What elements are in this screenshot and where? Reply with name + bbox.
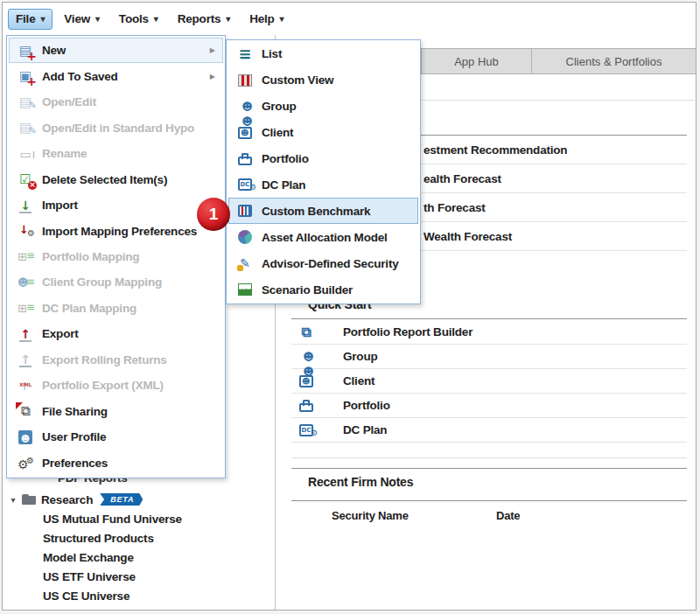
menu-bar: File View Tools Reports Help: [3, 3, 696, 35]
item-label: Advisor-Defined Security: [262, 257, 417, 270]
submenu-item-group[interactable]: Group: [228, 94, 418, 120]
submenu-item-portfolio[interactable]: Portfolio: [228, 146, 418, 172]
sidebar-item-research[interactable]: Research BETA: [3, 490, 143, 509]
quick-start-label: Client: [343, 374, 374, 387]
item-label: Portfolio Export (XML): [42, 379, 222, 392]
menu-tools-label: Tools: [119, 12, 149, 25]
file-menu-item-client-group-mapping: Client Group Mapping: [9, 269, 223, 295]
research-label: Research: [41, 493, 93, 506]
custom-benchmark-icon: [237, 203, 253, 219]
sidebar-item-us-etf-universe[interactable]: US ETF Universe: [43, 568, 182, 587]
item-label: Import Mapping Preferences: [42, 225, 222, 238]
menu-view-label: View: [64, 12, 90, 25]
item-label: Preferences: [42, 457, 222, 470]
submenu-item-dc-plan[interactable]: DC Plan: [228, 172, 418, 199]
quick-start-portfolio[interactable]: Portfolio: [291, 394, 687, 418]
new-submenu: List Custom View Group Client Portfolio …: [226, 39, 421, 304]
file-menu-item-add-to-saved[interactable]: Add To Saved: [9, 63, 223, 88]
add-to-saved-icon: [18, 68, 33, 84]
item-label: Open/Edit in Standard Hypo: [42, 122, 222, 135]
client-group-mapping-icon: [18, 275, 33, 290]
submenu-item-scenario-builder[interactable]: Scenario Builder: [228, 276, 418, 303]
pie-chart-icon: [237, 229, 253, 245]
submenu-item-advisor-defined-security[interactable]: Advisor-Defined Security: [228, 250, 418, 276]
sidebar-item-us-ce-universe[interactable]: US CE Universe: [43, 587, 182, 606]
submenu-item-client[interactable]: Client: [228, 120, 418, 146]
client-icon: [298, 373, 314, 389]
file-menu-item-dc-plan-mapping: DC Plan Mapping: [9, 296, 223, 321]
menu-file-label: File: [16, 12, 35, 25]
file-menu-item-import-mapping-preferences[interactable]: Import Mapping Preferences: [9, 218, 223, 243]
quick-start-portfolio-report-builder[interactable]: Portfolio Report Builder: [291, 320, 687, 345]
open-edit-hypo-icon: [18, 120, 33, 136]
item-label: Delete Selected Item(s): [42, 173, 222, 186]
app-window: File View Tools Reports Help PDF Reports…: [2, 2, 696, 611]
quick-start-dc-plan[interactable]: DC Plan: [291, 418, 687, 443]
custom-view-icon: [237, 73, 253, 88]
file-menu-item-user-profile[interactable]: User Profile: [9, 424, 223, 450]
file-menu-item-open-edit: Open/Edit: [9, 89, 223, 115]
item-label: Custom Benchmark: [262, 205, 417, 218]
column-security-name: Security Name: [332, 509, 409, 522]
item-label: Client: [262, 126, 417, 139]
submenu-item-custom-benchmark[interactable]: Custom Benchmark: [228, 198, 418, 224]
open-edit-icon: [18, 94, 33, 110]
item-label: Rename: [42, 147, 222, 160]
list-icon: [237, 46, 253, 62]
file-menu-item-import[interactable]: Import: [9, 192, 223, 218]
item-label: Client Group Mapping: [42, 276, 222, 289]
item-label: DC Plan Mapping: [42, 302, 222, 315]
recent-notes-top-divider: [291, 468, 687, 469]
xml-export-icon: [18, 378, 33, 394]
file-menu-item-new[interactable]: New: [9, 38, 223, 63]
expander-triangle-icon[interactable]: [7, 495, 19, 505]
submenu-item-custom-view[interactable]: Custom View: [228, 67, 418, 94]
file-menu-item-export[interactable]: Export: [9, 321, 223, 346]
item-label: New: [42, 44, 210, 57]
item-label: Import: [42, 199, 222, 212]
item-label: Portfolio: [262, 152, 417, 165]
tab-clients-portfolios-label: Clients & Portfolios: [566, 55, 662, 68]
group-icon: [237, 99, 253, 115]
delete-icon: [18, 171, 33, 187]
portfolio-mapping-icon: [18, 248, 33, 264]
menu-file[interactable]: File: [8, 9, 52, 30]
file-menu-item-preferences[interactable]: Preferences: [9, 450, 223, 476]
file-menu-item-rename: Rename: [9, 141, 223, 166]
tab-app-hub-label: App Hub: [454, 55, 499, 68]
item-label: User Profile: [42, 430, 222, 443]
research-children: US Mutual Fund Universe Structured Produ…: [43, 510, 182, 606]
export-icon: [18, 326, 33, 342]
tab-app-hub[interactable]: App Hub: [421, 49, 531, 73]
tab-clients-portfolios[interactable]: Clients & Portfolios: [531, 49, 696, 73]
file-menu-item-file-sharing[interactable]: File Sharing: [9, 399, 223, 424]
item-label: Open/Edit: [42, 95, 222, 108]
quick-start-group[interactable]: Group: [291, 345, 687, 369]
quick-start-label: Portfolio Report Builder: [343, 325, 472, 338]
export-rolling-returns-icon: [18, 352, 33, 367]
quick-start-label: DC Plan: [343, 423, 387, 436]
folder-icon: [21, 492, 37, 506]
sidebar-item-model-exchange[interactable]: Model Exchange: [43, 548, 182, 568]
menu-help[interactable]: Help: [242, 9, 291, 30]
menu-tools[interactable]: Tools: [111, 9, 166, 30]
item-label: Custom View: [262, 73, 417, 87]
file-menu-item-portfolio-mapping: Portfolio Mapping: [9, 244, 223, 269]
item-label: Group: [262, 100, 417, 113]
item-label: DC Plan: [262, 178, 417, 192]
sidebar-item-structured-products[interactable]: Structured Products: [43, 529, 182, 548]
quick-start-label: Portfolio: [343, 399, 390, 412]
menu-reports[interactable]: Reports: [170, 9, 238, 30]
menu-view[interactable]: View: [56, 9, 108, 30]
quick-start-client[interactable]: Client: [291, 369, 687, 394]
submenu-item-list[interactable]: List: [228, 41, 418, 67]
file-menu-item-delete-selected[interactable]: Delete Selected Item(s): [9, 166, 223, 192]
submenu-item-asset-allocation-model[interactable]: Asset Allocation Model: [228, 224, 418, 250]
file-sharing-icon: [18, 403, 33, 419]
report-builder-icon: [298, 324, 314, 340]
menu-help-label: Help: [249, 12, 274, 25]
file-menu-item-export-rolling-returns: Export Rolling Returns: [9, 347, 223, 373]
item-label: Add To Saved: [42, 70, 210, 83]
sidebar-item-us-mutual-fund-universe[interactable]: US Mutual Fund Universe: [43, 510, 182, 529]
item-label: Asset Allocation Model: [262, 231, 417, 244]
